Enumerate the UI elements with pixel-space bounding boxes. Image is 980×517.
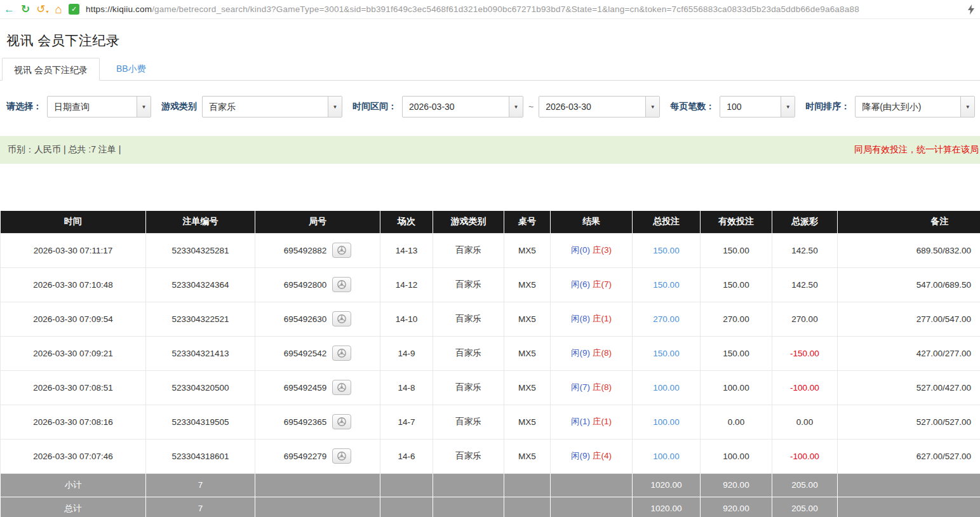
cell-bet-id: 523304322521 — [146, 302, 255, 336]
footer-label: 小计 — [1, 473, 146, 497]
round-number: 695492459 — [284, 383, 327, 393]
game-replay-icon[interactable] — [332, 311, 351, 326]
page-size-label: 每页笔数： — [670, 101, 715, 112]
column-header-5: 游戏类别 — [433, 211, 504, 233]
undo-icon: ↺ — [36, 4, 45, 15]
footer-total-bet: 1020.00 — [633, 497, 701, 517]
cell-table-no: MX5 — [504, 233, 551, 267]
page-size-value: 100 — [720, 97, 781, 117]
game-replay-icon[interactable] — [332, 448, 351, 464]
subtotal-row: 小计71020.00920.00205.00 — [1, 473, 980, 497]
date-to-picker[interactable]: 2026-03-30 ▼ — [539, 96, 660, 117]
payout-value: 270.00 — [791, 314, 817, 324]
page-size-combobox[interactable]: 100 ▼ — [720, 96, 795, 117]
sort-order-combobox[interactable]: 降幂(由大到小) ▼ — [855, 96, 975, 117]
round-number: 695492630 — [284, 314, 327, 324]
cell-session: 14-6 — [380, 439, 433, 473]
cell-note: 547.00/689.50 — [838, 267, 980, 302]
round-number: 695492542 — [284, 349, 327, 358]
cell-result: 闲(1)庄(1) — [551, 405, 633, 439]
cell-total-bet: 150.00 — [633, 233, 701, 267]
cell-session: 14-9 — [380, 336, 433, 370]
tab-bb-tips[interactable]: BB小费 — [100, 57, 163, 80]
total-bet-link[interactable]: 150.00 — [653, 246, 679, 255]
cell-payout: -100.00 — [772, 370, 838, 405]
footer-total-bet: 1020.00 — [633, 473, 701, 497]
total-bet-link[interactable]: 270.00 — [653, 314, 679, 324]
footer-empty-cell — [380, 473, 433, 497]
cell-valid-bet: 150.00 — [701, 233, 772, 267]
game-replay-icon[interactable] — [332, 380, 351, 395]
total-bet-link[interactable]: 150.00 — [653, 280, 679, 290]
query-type-value: 日期查询 — [48, 97, 137, 117]
back-icon[interactable]: ← — [4, 4, 15, 15]
date-from-picker[interactable]: 2026-03-30 ▼ — [402, 96, 523, 117]
footer-empty-cell — [433, 497, 504, 517]
cell-result: 闲(6)庄(7) — [551, 267, 633, 302]
game-replay-icon[interactable] — [332, 243, 351, 258]
game-replay-icon[interactable] — [332, 346, 351, 361]
address-bar[interactable]: https://kiqiiu.com/game/betrecord_search… — [86, 4, 961, 14]
total-bet-link[interactable]: 100.00 — [653, 383, 679, 393]
payout-value: -100.00 — [790, 452, 819, 461]
tab-bet-records[interactable]: 视讯 会员下注纪录 — [2, 58, 100, 81]
lightning-icon[interactable] — [967, 4, 975, 15]
bet-record-row: 2026-03-30 07:09:54523304322521695492630… — [1, 302, 980, 336]
refresh-icon[interactable]: ↻ — [21, 4, 30, 15]
footer-empty-cell — [255, 473, 380, 497]
column-header-6: 桌号 — [504, 211, 551, 233]
grand-total-row: 总计71020.00920.00205.00 — [1, 497, 980, 517]
column-header-11: 备注 — [838, 211, 980, 233]
cell-round: 695492800 — [255, 267, 380, 302]
cell-total-bet: 150.00 — [633, 336, 701, 370]
footer-payout: 205.00 — [772, 473, 838, 497]
cell-time: 2026-03-30 07:08:51 — [1, 370, 146, 405]
cell-time: 2026-03-30 07:09:54 — [1, 302, 146, 336]
result-banker: 庄(7) — [593, 279, 612, 289]
date-to-value: 2026-03-30 — [539, 97, 645, 117]
url-host: https://kiqiiu.com — [86, 4, 152, 14]
home-icon[interactable]: ⌂ — [55, 3, 62, 15]
game-replay-icon[interactable] — [332, 414, 351, 429]
result-player: 闲(0) — [571, 245, 590, 255]
total-bet-link[interactable]: 100.00 — [653, 452, 679, 461]
chevron-down-icon[interactable]: ▼ — [645, 97, 659, 117]
cell-result: 闲(9)庄(8) — [551, 336, 633, 370]
payout-value: -100.00 — [790, 383, 819, 393]
result-banker: 庄(8) — [593, 382, 612, 392]
select-type-label: 请选择： — [6, 101, 42, 112]
chevron-down-icon[interactable]: ▼ — [781, 97, 795, 117]
game-replay-icon[interactable] — [332, 277, 351, 292]
security-shield-icon[interactable]: ✓ — [69, 4, 79, 15]
query-type-combobox[interactable]: 日期查询 ▼ — [47, 96, 151, 117]
game-type-value: 百家乐 — [203, 97, 328, 117]
chevron-down-icon[interactable]: ▼ — [509, 97, 523, 117]
column-header-7: 结果 — [551, 211, 633, 233]
cell-round: 695492630 — [255, 302, 380, 336]
chevron-down-icon[interactable]: ▼ — [137, 97, 151, 117]
round-number: 695492800 — [284, 280, 327, 290]
chevron-down-icon[interactable]: ▼ — [960, 97, 974, 117]
cell-time: 2026-03-30 07:07:46 — [1, 439, 146, 473]
cell-total-bet: 270.00 — [633, 302, 701, 336]
browser-toolbar: ← ↻ ↺▾ ⌂ ✓ https://kiqiiu.com/game/betre… — [0, 0, 980, 19]
cell-table-no: MX5 — [504, 370, 551, 405]
cell-valid-bet: 150.00 — [701, 267, 772, 302]
cell-session: 14-10 — [380, 302, 433, 336]
total-bet-link[interactable]: 150.00 — [653, 349, 679, 358]
cell-round: 695492365 — [255, 405, 380, 439]
cell-game-type: 百家乐 — [433, 336, 504, 370]
undo-button[interactable]: ↺▾ — [36, 4, 48, 15]
result-banker: 庄(1) — [593, 417, 612, 426]
chevron-down-icon[interactable]: ▼ — [328, 97, 342, 117]
game-type-label: 游戏类别 — [161, 101, 197, 112]
cell-total-bet: 100.00 — [633, 370, 701, 405]
total-bet-link[interactable]: 100.00 — [653, 417, 679, 427]
table-footer: 小计71020.00920.00205.00总计71020.00920.0020… — [1, 473, 980, 517]
cell-payout: 0.00 — [772, 405, 838, 439]
url-path: /game/betrecord_search/kind3?GameType=30… — [152, 4, 859, 14]
game-type-combobox[interactable]: 百家乐 ▼ — [202, 96, 342, 117]
table-header: 时间注单编号局号场次游戏类别桌号结果总投注有效投注总派彩备注 — [1, 211, 980, 233]
footer-payout: 205.00 — [772, 497, 838, 517]
footer-valid-bet: 920.00 — [701, 497, 772, 517]
